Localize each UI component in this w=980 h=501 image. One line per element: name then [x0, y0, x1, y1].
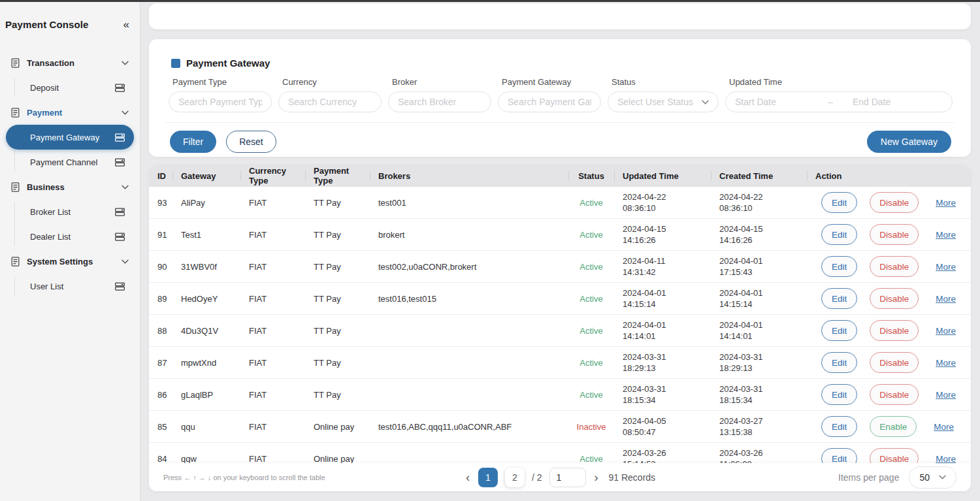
page-button-1[interactable]: 1 — [478, 468, 498, 487]
toggle-button[interactable]: Disable — [870, 320, 919, 341]
receipt-icon — [10, 182, 21, 193]
more-link[interactable]: More — [936, 262, 956, 272]
sidebar-item-business[interactable]: Business — [0, 174, 140, 199]
filter-button[interactable]: Filter — [170, 131, 216, 153]
page-size-select[interactable]: 50 — [909, 466, 956, 489]
next-page-icon[interactable]: › — [593, 472, 599, 483]
keyboard-hint: Press ← ↑ → ↓ on your keyboard to scroll… — [163, 474, 325, 481]
prev-page-icon[interactable]: ‹ — [465, 472, 471, 483]
edit-button[interactable]: Edit — [821, 288, 857, 309]
sidebar-item-label: Payment Channel — [30, 157, 97, 167]
toggle-button[interactable]: Enable — [870, 416, 917, 437]
chevron-down-icon — [122, 110, 129, 115]
status-badge: Active — [580, 294, 602, 304]
more-link[interactable]: More — [936, 230, 956, 240]
column-header-gateway: Gateway — [172, 165, 240, 187]
cell-brokers: test016,test015 — [370, 289, 568, 308]
cell-action: Edit Disable More — [807, 187, 971, 218]
currency-search-input[interactable] — [278, 91, 382, 112]
edit-button[interactable]: Edit — [821, 192, 857, 213]
cell-action: Edit Disable More — [807, 251, 971, 282]
top-bar — [149, 3, 971, 29]
reset-button[interactable]: Reset — [226, 131, 276, 153]
chevron-down-icon — [702, 100, 709, 105]
column-header-updated-time: Updated Time — [614, 165, 711, 187]
cell-gateway: 4Du3Q1V — [172, 321, 240, 340]
cell-action: Edit Disable More — [807, 380, 971, 410]
toggle-button[interactable]: Disable — [870, 448, 919, 463]
more-link[interactable]: More — [936, 198, 956, 208]
edit-button[interactable]: Edit — [821, 224, 857, 245]
page-button-2[interactable]: 2 — [505, 468, 525, 487]
sidebar-item-system-settings[interactable]: System Settings — [0, 249, 140, 274]
cell-id: 93 — [149, 193, 172, 212]
status-select[interactable]: Select User Status — [608, 91, 719, 112]
more-link[interactable]: More — [936, 294, 956, 304]
more-link[interactable]: More — [936, 454, 956, 464]
sidebar-item-user-list[interactable]: User List — [6, 274, 134, 299]
sidebar-item-dealer-list[interactable]: Dealer List — [6, 224, 134, 249]
toggle-button[interactable]: Disable — [870, 256, 919, 277]
sidebar-nav: Transaction Deposit Payment Payme — [0, 50, 140, 299]
sidebar-item-broker-list[interactable]: Broker List — [6, 199, 134, 224]
broker-search-input[interactable] — [388, 91, 491, 112]
edit-button[interactable]: Edit — [821, 448, 857, 463]
more-link[interactable]: More — [936, 390, 956, 400]
card-stack-icon — [114, 231, 125, 242]
edit-button[interactable]: Edit — [821, 320, 857, 341]
page-title: Payment Gateway — [186, 57, 270, 69]
toggle-button[interactable]: Disable — [870, 384, 919, 405]
cell-gateway: HedOyeY — [172, 289, 240, 308]
cell-currency-type: FIAT — [240, 449, 305, 464]
receipt-icon — [10, 107, 21, 118]
status-select-placeholder: Select User Status — [617, 97, 693, 107]
sidebar-item-label: User List — [30, 282, 63, 291]
column-header-currency-type: Currency Type — [240, 165, 305, 187]
edit-button[interactable]: Edit — [821, 384, 857, 405]
sidebar-item-payment-channel[interactable]: Payment Channel — [6, 150, 134, 174]
toggle-button[interactable]: Disable — [870, 352, 919, 373]
sidebar-item-label: Payment — [27, 108, 62, 118]
payment-gateway-search-input[interactable] — [498, 91, 601, 112]
table-body: 93 AliPay FIAT TT Pay test001 Active 202… — [149, 187, 971, 463]
toggle-button[interactable]: Disable — [870, 224, 919, 245]
edit-button[interactable]: Edit — [821, 416, 857, 437]
table-footer: Press ← ↑ → ↓ on your keyboard to scroll… — [149, 463, 971, 491]
page-jump-input[interactable] — [549, 468, 585, 487]
section-marker — [171, 59, 180, 68]
column-header-brokers: Brokers — [370, 165, 568, 187]
more-link[interactable]: More — [936, 326, 956, 336]
sidebar-item-payment-gateway[interactable]: Payment Gateway — [6, 125, 134, 150]
edit-button[interactable]: Edit — [821, 352, 857, 373]
edit-button[interactable]: Edit — [821, 256, 857, 277]
new-gateway-button[interactable]: New Gateway — [867, 131, 951, 153]
sidebar-item-deposit[interactable]: Deposit — [6, 75, 134, 100]
cell-updated-time: 2024-04-01 14:15:14 — [614, 283, 711, 314]
status-badge: Active — [580, 390, 602, 400]
more-link[interactable]: More — [936, 358, 956, 368]
filter-label-currency: Currency — [278, 77, 382, 87]
cell-action: Edit Disable More — [807, 444, 971, 463]
window-top-strip — [0, 0, 980, 2]
toggle-button[interactable]: Disable — [870, 288, 919, 309]
cell-created-time: 2024-04-15 14:16:26 — [711, 219, 807, 250]
main-content: Payment Gateway Payment Type Currency Br… — [140, 2, 980, 501]
payment-type-search-input[interactable] — [169, 91, 272, 112]
cell-id: 88 — [149, 321, 172, 340]
column-header-action: Action — [807, 165, 971, 187]
more-link[interactable]: More — [934, 422, 954, 432]
table-row: 88 4Du3Q1V FIAT TT Pay Active 2024-04-01… — [149, 315, 971, 347]
cell-created-time: 2024-03-31 18:29:13 — [711, 347, 807, 378]
sidebar-item-payment[interactable]: Payment — [0, 100, 140, 125]
table-row: 87 mpwtXnd FIAT TT Pay Active 2024-03-31… — [149, 347, 971, 379]
cell-brokers: test002,u0aCONR,brokert — [370, 257, 568, 276]
sidebar-collapse-icon[interactable]: « — [123, 19, 129, 30]
cell-payment-type: Online pay — [305, 417, 370, 436]
date-range-input[interactable]: Start Date – End Date — [725, 91, 953, 112]
table-row: 85 qqu FIAT Online pay test016,ABC,qqq11… — [149, 411, 971, 443]
table-row: 90 31WBV0f FIAT TT Pay test002,u0aCONR,b… — [149, 251, 971, 283]
status-badge: Active — [580, 198, 602, 208]
cell-gateway: mpwtXnd — [172, 353, 240, 372]
toggle-button[interactable]: Disable — [870, 192, 919, 213]
sidebar-item-transaction[interactable]: Transaction — [0, 50, 140, 75]
